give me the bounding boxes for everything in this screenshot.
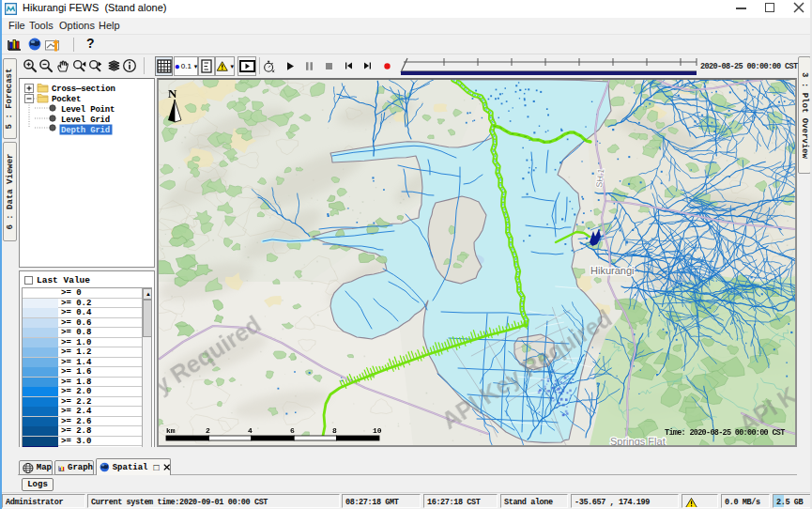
- svg-text:km: km: [166, 426, 176, 435]
- svg-text:Time: 2020-08-25 00:00:00 CST: Time: 2020-08-25 00:00:00 CST: [665, 428, 785, 438]
- svg-text:8: 8: [332, 426, 337, 435]
- svg-text:Springs Flat: Springs Flat: [610, 436, 666, 445]
- svg-text:Level Point: Level Point: [61, 105, 115, 115]
- svg-text:10: 10: [373, 426, 382, 435]
- svg-text:4: 4: [248, 426, 253, 435]
- svg-text:Depth Grid: Depth Grid: [61, 126, 110, 135]
- svg-text:Level Grid: Level Grid: [61, 116, 110, 125]
- svg-text:Hikurangi: Hikurangi: [590, 265, 634, 276]
- svg-text:Pocket: Pocket: [52, 95, 81, 104]
- svg-text:Cross—section: Cross—section: [52, 85, 115, 94]
- svg-text:2: 2: [206, 426, 210, 435]
- svg-text:N: N: [168, 86, 177, 100]
- svg-text:6: 6: [290, 426, 295, 435]
